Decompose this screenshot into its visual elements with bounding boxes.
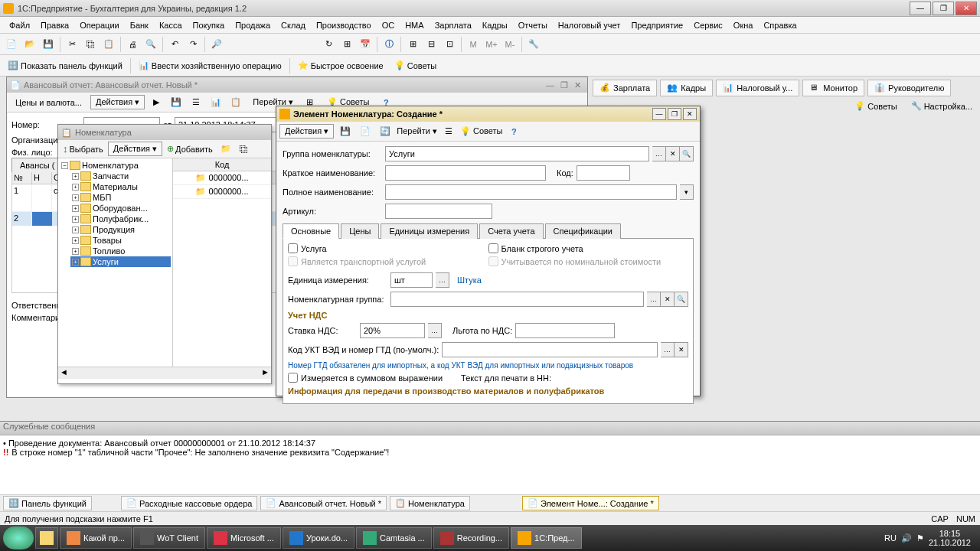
select-icon[interactable]: … — [652, 146, 666, 161]
add-group-icon[interactable]: 📁 — [217, 141, 234, 158]
dropdown-icon[interactable]: ▾ — [680, 184, 694, 200]
nomenclature-tree[interactable]: − Номенклатура +Запчасти+Материалы+МБП+О… — [58, 158, 173, 367]
elem-tab[interactable]: Цены — [341, 223, 379, 239]
search-icon[interactable]: 🔍 — [680, 146, 694, 161]
elem-close-button[interactable]: ✕ — [683, 108, 697, 120]
m-plus-icon[interactable]: M+ — [483, 36, 500, 53]
taskbar-item[interactable]: Camtasia ... — [356, 527, 432, 549]
scrollbar[interactable]: ◄► — [58, 367, 271, 379]
elem-actions-dropdown[interactable]: Действия ▾ — [279, 124, 334, 139]
print-icon[interactable]: 🖨 — [124, 36, 141, 53]
nom-actions-dropdown[interactable]: Действия ▾ — [108, 142, 162, 156]
tree-item[interactable]: +Полуфабрик... — [70, 214, 171, 224]
calc-icon[interactable]: ⊞ — [338, 36, 355, 53]
tree-item[interactable]: +Услуги — [70, 256, 171, 267]
side-tips-button[interactable]: 💡Советы — [850, 99, 901, 112]
menu-item[interactable]: Покупка — [188, 19, 230, 31]
list-item[interactable]: 📁 0000000... — [173, 171, 271, 185]
panel-func-tab[interactable]: 🔠Панель функций — [3, 496, 92, 510]
unit-link[interactable]: Штука — [457, 276, 482, 285]
side-tab[interactable]: 👔Руководителю — [867, 80, 951, 96]
elem-tips-button[interactable]: 💡 Советы — [460, 126, 503, 136]
search-icon[interactable]: 🔎 — [208, 36, 225, 53]
clear-icon[interactable]: ✕ — [675, 342, 688, 357]
actions-dropdown[interactable]: Действия ▾ — [90, 95, 145, 109]
help-icon[interactable]: ? — [505, 123, 522, 140]
undo-icon[interactable]: ↶ — [166, 36, 183, 53]
vat-rate-input[interactable] — [360, 323, 425, 338]
tab-advances[interactable]: Авансы ( — [11, 158, 63, 172]
add-button[interactable]: ⊕ Добавить — [164, 142, 216, 155]
taskbar-item[interactable]: 1С:Пред... — [511, 527, 582, 549]
doc-maximize-icon[interactable]: ❐ — [560, 80, 568, 90]
menu-item[interactable]: Справка — [759, 19, 801, 31]
menu-item[interactable]: Склад — [276, 19, 310, 31]
elem-maximize-button[interactable]: ❐ — [668, 108, 681, 120]
m-icon[interactable]: M — [465, 36, 482, 53]
new-icon[interactable]: 📄 — [3, 36, 20, 53]
refresh-icon[interactable]: ↻ — [320, 36, 337, 53]
preview-icon[interactable]: 🔍 — [142, 36, 159, 53]
tree-item[interactable]: +Оборудован... — [70, 203, 171, 214]
group-input[interactable] — [385, 146, 649, 161]
menu-item[interactable]: ОС — [377, 19, 400, 31]
taskbar-item[interactable]: WoT Client — [133, 527, 205, 549]
select-icon[interactable]: … — [428, 323, 442, 338]
tree-item[interactable]: +Запчасти — [70, 171, 171, 181]
start-button[interactable] — [3, 527, 34, 549]
nomenclature-list[interactable]: Код 📁 0000000... 📁 0000000... — [173, 158, 271, 367]
grid2-icon[interactable]: ⊟ — [423, 36, 439, 53]
maximize-button[interactable]: ❐ — [933, 2, 954, 15]
tray-icon[interactable]: 🔊 — [901, 533, 912, 543]
list-icon[interactable]: ☰ — [188, 94, 204, 111]
nom-group-input[interactable] — [390, 292, 644, 307]
tray-icon[interactable]: ⚑ — [916, 533, 924, 543]
menu-item[interactable]: Отчеты — [514, 19, 552, 31]
side-tab[interactable]: 👥Кадры — [660, 80, 713, 96]
unit-input[interactable] — [390, 272, 433, 288]
explorer-icon[interactable] — [35, 527, 58, 549]
ukt-input[interactable] — [442, 342, 658, 357]
full-name-input[interactable] — [385, 184, 677, 200]
go-button[interactable]: Перейти ▾ — [397, 126, 437, 136]
refresh-icon[interactable]: 🔄 — [377, 123, 394, 140]
tree-item[interactable]: +МБП — [70, 192, 171, 203]
doc-close-icon[interactable]: ✕ — [574, 80, 581, 90]
elem-tab[interactable]: Счета учета — [479, 223, 543, 239]
m-minus-icon[interactable]: M- — [501, 36, 518, 53]
wrench-icon[interactable]: 🔧 — [525, 36, 542, 53]
doc-minimize-icon[interactable]: — — [546, 80, 554, 90]
open-icon[interactable]: 📂 — [21, 36, 38, 53]
select-icon[interactable]: … — [436, 272, 449, 288]
side-tab[interactable]: 💰Зарплата — [593, 80, 657, 96]
clear-icon[interactable]: ✕ — [666, 146, 680, 161]
elem-minimize-button[interactable]: — — [652, 108, 666, 120]
select-icon[interactable]: … — [647, 292, 661, 307]
taskbar-item[interactable]: Microsoft ... — [207, 527, 281, 549]
window-tab[interactable]: 📄Расходные кассовые ордера — [121, 496, 258, 510]
close-button[interactable]: ✕ — [956, 2, 977, 15]
menu-item[interactable]: Производство — [312, 19, 376, 31]
taskbar-item[interactable]: Какой пр... — [60, 527, 132, 549]
vat-benefit-input[interactable] — [515, 323, 615, 338]
menu-item[interactable]: Правка — [36, 19, 74, 31]
paste-icon[interactable]: 📋 — [100, 36, 117, 53]
menu-item[interactable]: Окна — [729, 19, 758, 31]
tree-item[interactable]: +Материалы — [70, 181, 171, 192]
clear-icon[interactable]: ✕ — [661, 292, 675, 307]
tree-item[interactable]: +Топливо — [70, 246, 171, 256]
tips-button[interactable]: 💡 Советы — [390, 59, 441, 72]
lang-indicator[interactable]: RU — [884, 533, 897, 543]
search-icon[interactable]: 🔍 — [675, 292, 688, 307]
quick-learn-button[interactable]: ⭐ Быстрое освоение — [293, 59, 388, 72]
grid1-icon[interactable]: ⊞ — [404, 36, 421, 53]
prices-button[interactable]: Цены и валюта... — [10, 96, 87, 109]
taskbar-item[interactable]: Recording... — [433, 527, 509, 549]
menu-item[interactable]: Продажа — [230, 19, 275, 31]
menu-item[interactable]: Банк — [126, 19, 153, 31]
short-name-input[interactable] — [385, 165, 546, 181]
list-icon[interactable]: ☰ — [440, 123, 457, 140]
menu-item[interactable]: Зарплата — [430, 19, 476, 31]
info-icon[interactable]: ⓘ — [381, 36, 397, 53]
side-tab[interactable]: 🖥Монитор — [802, 80, 864, 96]
